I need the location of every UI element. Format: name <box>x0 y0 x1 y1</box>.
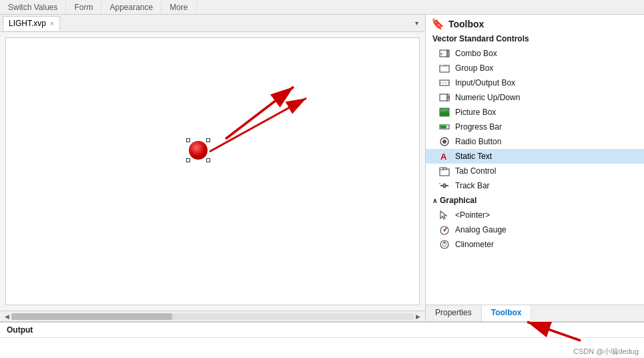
clinometer-icon <box>439 239 450 250</box>
pointer-icon <box>439 210 450 220</box>
canvas-element-light[interactable] <box>186 138 210 162</box>
toolbox-title-row: 🔖 Toolbox <box>426 15 644 31</box>
toolbox-item-radiobutton[interactable]: Radio Button <box>426 134 644 149</box>
toolbox-vector-list: ▾ Combo Box abc Group Box Input/Output B… <box>426 46 644 193</box>
svg-point-34 <box>444 242 446 244</box>
toolbox-item-picturebox[interactable]: Picture Box <box>426 105 644 120</box>
toolbox-item-statictext[interactable]: A Static Text <box>426 149 644 164</box>
svg-rect-18 <box>440 126 446 128</box>
toolbox-item-pointer-label: <Pointer> <box>455 210 490 220</box>
canvas-area[interactable] <box>5 37 420 305</box>
toolbox-title: Toolbox <box>448 19 484 29</box>
watermark: CSDN @小编dedug <box>573 347 639 357</box>
scrollbar-thumb[interactable] <box>11 313 172 320</box>
scrollbar-track[interactable] <box>11 313 414 320</box>
toolbox-item-trackbar-label: Track Bar <box>455 181 490 190</box>
combobox-icon: ▾ <box>439 48 450 59</box>
toolbox-bookmark-icon: 🔖 <box>431 17 444 30</box>
file-tab-light[interactable]: LIGHT.xvp × <box>3 16 60 31</box>
svg-rect-8 <box>440 80 449 85</box>
output-content <box>0 338 644 341</box>
output-header: Output <box>0 323 644 338</box>
toolbox-item-statictext-label: Static Text <box>455 152 492 161</box>
svg-rect-3 <box>447 50 449 57</box>
toolbox-item-radiobutton-label: Radio Button <box>455 137 501 146</box>
svg-point-31 <box>444 230 446 232</box>
svg-text:▾: ▾ <box>440 52 442 56</box>
horizontal-scrollbar[interactable]: ◀ ▶ <box>0 311 425 321</box>
toolbox-item-combobox[interactable]: ▾ Combo Box <box>426 46 644 61</box>
selection-handle-tl <box>186 138 190 142</box>
svg-text:▼: ▼ <box>448 97 450 101</box>
section-header-graphical[interactable]: ∧ Graphical <box>426 193 644 208</box>
toolbox-bottom-tabs: Properties Toolbox <box>426 305 644 321</box>
svg-rect-23 <box>440 168 443 170</box>
toolbox-item-numeric[interactable]: ▲▼ Numeric Up/Down <box>426 90 644 105</box>
scroll-left-icon[interactable]: ◀ <box>3 313 11 320</box>
svg-rect-24 <box>443 168 446 170</box>
toolbox-item-groupbox[interactable]: abc Group Box <box>426 61 644 75</box>
tab-appearance[interactable]: Appearance <box>101 1 162 13</box>
toolbox-graphical-list: <Pointer> Analog Gauge Clinometer <box>426 208 644 252</box>
tab-properties[interactable]: Properties <box>426 305 482 321</box>
toolbox-panel: 🔖 Toolbox Vector Standard Controls ▾ Com… <box>426 15 644 321</box>
toolbox-item-combobox-label: Combo Box <box>455 49 497 58</box>
tab-form[interactable]: Form <box>66 1 101 13</box>
toolbox-item-tabcontrol[interactable]: Tab Control <box>426 164 644 178</box>
svg-line-1 <box>210 98 306 152</box>
toolbox-item-iobox-label: Input/Output Box <box>455 78 515 87</box>
tab-dropdown-button[interactable]: ▾ <box>411 19 422 27</box>
toolbox-item-trackbar[interactable]: Track Bar <box>426 178 644 193</box>
toolbox-item-iobox[interactable]: Input/Output Box <box>426 75 644 90</box>
svg-point-20 <box>442 140 446 144</box>
svg-text:A: A <box>440 152 447 162</box>
toolbox-item-analoggauge-label: Analog Gauge <box>455 225 507 234</box>
output-panel: Output CSDN @小编dedug <box>0 321 644 358</box>
iobox-icon <box>439 77 450 88</box>
main-layout: LIGHT.xvp × ▾ <box>0 15 644 321</box>
toolbox-item-clinometer-label: Clinometer <box>455 240 494 249</box>
tab-switch-values[interactable]: Switch Values <box>0 1 66 13</box>
arrow-overlay <box>6 38 419 305</box>
svg-text:abc: abc <box>441 63 447 67</box>
section-header-vector: Vector Standard Controls <box>426 31 644 46</box>
tabcontrol-icon <box>439 166 450 176</box>
toolbox-item-pointer[interactable]: <Pointer> <box>426 208 644 222</box>
file-tab-bar: LIGHT.xvp × ▾ <box>0 15 425 32</box>
red-circle-indicator <box>189 141 208 160</box>
top-tab-bar: Switch Values Form Appearance More <box>0 0 644 15</box>
selection-handle-tr <box>206 138 210 142</box>
toolbox-item-clinometer[interactable]: Clinometer <box>426 237 644 252</box>
numeric-icon: ▲▼ <box>439 92 450 103</box>
toolbox-item-groupbox-label: Group Box <box>455 63 493 73</box>
file-tab-label: LIGHT.xvp <box>9 19 46 28</box>
toolbox-item-progressbar[interactable]: Progress Bar <box>426 120 644 134</box>
toolbox-item-progressbar-label: Progress Bar <box>455 122 502 132</box>
toolbox-item-tabcontrol-label: Tab Control <box>455 166 496 176</box>
groupbox-icon: abc <box>439 63 450 73</box>
file-tab-close-icon[interactable]: × <box>50 20 54 27</box>
radiobutton-icon <box>439 136 450 147</box>
selection-handle-br <box>206 158 210 162</box>
toolbox-item-numeric-label: Numeric Up/Down <box>455 93 520 102</box>
statictext-icon: A <box>439 151 450 162</box>
svg-marker-28 <box>440 211 446 219</box>
toolbox-item-picturebox-label: Picture Box <box>455 108 496 117</box>
svg-rect-10 <box>440 94 447 101</box>
toolbox-item-analoggauge[interactable]: Analog Gauge <box>426 222 644 237</box>
analoggauge-icon <box>439 224 450 235</box>
tab-toolbox[interactable]: Toolbox <box>482 305 532 321</box>
section-graphical-label: Graphical <box>440 196 476 205</box>
scroll-right-icon[interactable]: ▶ <box>414 313 422 320</box>
selection-handle-bl <box>186 158 190 162</box>
section-collapse-icon: ∧ <box>432 197 437 204</box>
svg-rect-26 <box>443 184 446 188</box>
tab-more[interactable]: More <box>162 1 196 13</box>
picturebox-icon <box>439 107 450 118</box>
progressbar-icon <box>439 122 450 132</box>
trackbar-icon <box>439 180 450 191</box>
designer-panel: LIGHT.xvp × ▾ <box>0 15 426 321</box>
